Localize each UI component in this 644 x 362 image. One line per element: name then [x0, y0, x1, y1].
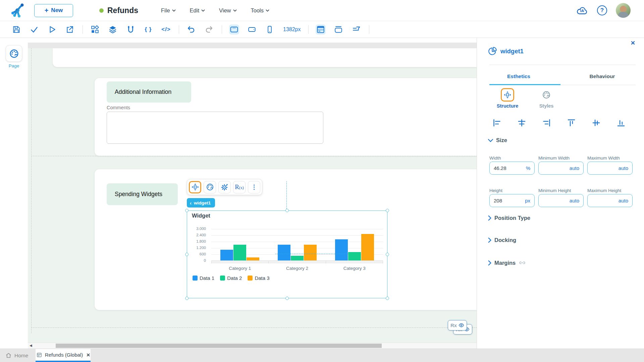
- height-label: Height: [489, 188, 502, 193]
- layout-header-button[interactable]: [333, 24, 343, 35]
- subtab-styles[interactable]: Styles: [526, 88, 567, 109]
- position-type-section-header[interactable]: Position Type: [488, 215, 530, 221]
- validate-button[interactable]: [29, 24, 39, 35]
- height-field[interactable]: px: [489, 194, 535, 207]
- legend-item[interactable]: Data 2: [220, 275, 242, 281]
- min-height-label: Minimum Height: [538, 188, 571, 193]
- max-width-input[interactable]: [592, 165, 628, 171]
- section-card-partial[interactable]: [53, 48, 477, 67]
- preview-button[interactable]: [47, 24, 57, 35]
- move-icon: [503, 91, 512, 99]
- scrollbar-thumb[interactable]: [56, 344, 382, 348]
- selection-handle-nw[interactable]: [185, 209, 189, 212]
- filter-layout-button[interactable]: [351, 24, 361, 35]
- chevron-down-icon: [233, 9, 237, 12]
- connectors-button[interactable]: [125, 24, 136, 35]
- min-height-field[interactable]: [538, 194, 584, 207]
- selection-handle-sw[interactable]: [185, 297, 189, 300]
- align-middle-button[interactable]: [591, 118, 601, 128]
- max-height-input[interactable]: [592, 198, 628, 203]
- device-phone-button[interactable]: [265, 24, 275, 35]
- menu-tools[interactable]: Tools: [251, 7, 270, 14]
- bar-data-3: [247, 257, 259, 261]
- selection-handle-e[interactable]: [386, 253, 389, 256]
- menu-edit[interactable]: Edit: [190, 7, 205, 14]
- source-code-button[interactable]: </>: [161, 24, 171, 35]
- menu-view[interactable]: View: [219, 7, 236, 14]
- min-width-field[interactable]: [538, 162, 584, 175]
- horizontal-scrollbar[interactable]: ◀ ▶: [28, 343, 477, 349]
- save-button[interactable]: [11, 24, 21, 35]
- help-icon[interactable]: ?: [597, 5, 607, 15]
- layout-panels-button[interactable]: [316, 24, 326, 35]
- align-center-horizontal-button[interactable]: [517, 118, 527, 128]
- scroll-left-arrow[interactable]: ◀: [30, 344, 32, 347]
- tab-refunds-global[interactable]: Refunds (Global) ✕: [36, 349, 91, 362]
- avatar[interactable]: [616, 3, 631, 18]
- settings-tool-button[interactable]: [218, 181, 231, 193]
- close-tab-icon[interactable]: ✕: [86, 352, 90, 358]
- section-title-badge[interactable]: Additional Information: [107, 81, 191, 103]
- json-button[interactable]: { }: [143, 24, 153, 35]
- gear-icon: [221, 183, 229, 191]
- margins-section-header[interactable]: Margins: [488, 259, 526, 266]
- redo-button[interactable]: [204, 24, 214, 35]
- more-options-button[interactable]: ⋮: [248, 181, 260, 193]
- align-right-button[interactable]: [541, 118, 551, 128]
- min-width-input[interactable]: [543, 165, 579, 171]
- align-top-button[interactable]: [566, 118, 576, 128]
- page-doc-icon: [36, 352, 42, 358]
- app-logo-icon[interactable]: [10, 3, 25, 18]
- align-left-button[interactable]: [492, 118, 502, 128]
- bar-group: [269, 229, 326, 260]
- height-input[interactable]: [494, 198, 524, 203]
- bar-group: [326, 229, 383, 260]
- close-panel-icon[interactable]: ✕: [631, 40, 635, 47]
- selection-handle-se[interactable]: [386, 297, 389, 300]
- rules-tool-button[interactable]: R(x): [233, 181, 246, 193]
- legend-item[interactable]: Data 1: [193, 275, 214, 281]
- design-canvas[interactable]: Additional Information Comments Spending…: [28, 38, 477, 343]
- new-button[interactable]: + New: [34, 4, 73, 17]
- size-section-header[interactable]: Size: [488, 137, 507, 143]
- styles-tool-button[interactable]: [204, 181, 216, 193]
- max-height-field[interactable]: [587, 194, 633, 207]
- menu-file[interactable]: File: [161, 7, 176, 14]
- link-icon[interactable]: [519, 259, 526, 266]
- device-tablet-button[interactable]: [247, 24, 257, 35]
- bar-data-2: [233, 245, 246, 261]
- plus-icon: +: [45, 7, 49, 14]
- min-height-input[interactable]: [543, 198, 579, 203]
- components-button[interactable]: [90, 24, 100, 35]
- tab-behaviour[interactable]: Behaviour: [560, 70, 644, 84]
- max-width-field[interactable]: [587, 162, 633, 175]
- width-field[interactable]: %: [489, 162, 535, 175]
- selection-handle-s[interactable]: [285, 297, 289, 300]
- page-element-button[interactable]: [6, 45, 22, 62]
- legend-item[interactable]: Data 3: [248, 275, 269, 281]
- subtab-structure[interactable]: Structure: [487, 88, 528, 109]
- toolbar-separator: [222, 25, 222, 34]
- tab-esthetics[interactable]: Esthetics: [477, 70, 560, 84]
- structure-tool-button[interactable]: [189, 181, 201, 193]
- selection-handle-w[interactable]: [185, 253, 189, 256]
- device-desktop-button[interactable]: [229, 24, 239, 35]
- ia-cloud-badge[interactable]: IA: [576, 5, 588, 15]
- align-bottom-button[interactable]: [616, 118, 626, 128]
- layers-button[interactable]: [108, 24, 118, 35]
- undo-button[interactable]: [186, 24, 196, 35]
- selected-widget-tag[interactable]: ‹ widget1: [187, 198, 215, 207]
- move-icon: [191, 183, 199, 191]
- selection-handle-ne[interactable]: [386, 209, 389, 212]
- section-additional-information[interactable]: Additional Information Comments: [95, 78, 477, 156]
- selection-handle-n[interactable]: [285, 209, 289, 212]
- comments-textarea[interactable]: [107, 112, 323, 144]
- section-title-badge[interactable]: Spending Widgets: [107, 183, 178, 205]
- width-input[interactable]: [494, 165, 525, 171]
- rx-visibility-badge[interactable]: Rx: [448, 320, 467, 330]
- publish-button[interactable]: [65, 24, 75, 35]
- tab-home[interactable]: Home: [0, 349, 36, 362]
- chart-widget-selection[interactable]: Widget 06001.2001.8002.4003.000 Category…: [187, 210, 387, 298]
- alignment-toolbar: [492, 118, 626, 128]
- docking-section-header[interactable]: Docking: [488, 237, 516, 243]
